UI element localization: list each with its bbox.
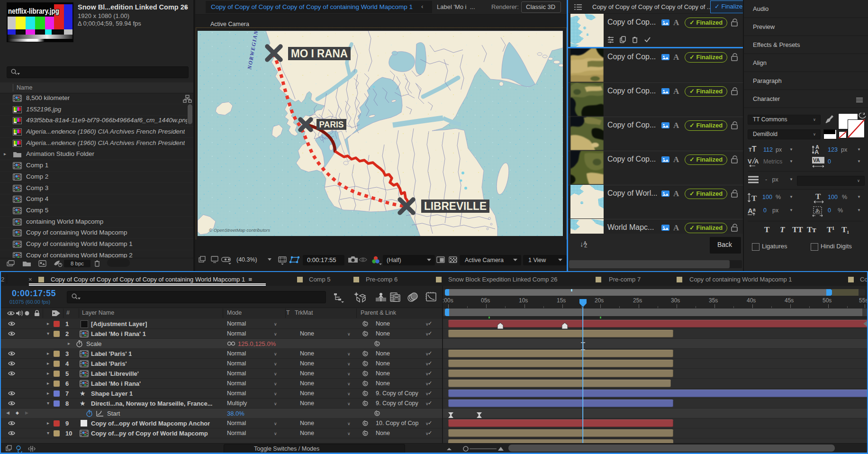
svg-text:PARIS: PARIS <box>319 119 344 129</box>
svg-text:T: T <box>751 194 757 203</box>
svg-text:VA: VA <box>813 157 820 163</box>
svg-text:© OpenStreetMap contributors: © OpenStreetMap contributors <box>209 227 270 233</box>
svg-text:MO I RANA: MO I RANA <box>291 47 348 60</box>
svg-text:A: A <box>754 158 759 165</box>
svg-text:LIBREVILLE: LIBREVILLE <box>424 200 487 212</box>
svg-text:Active Camera: Active Camera <box>465 257 504 263</box>
svg-text:あ: あ <box>815 208 820 213</box>
svg-text:T: T <box>815 192 821 201</box>
svg-text:0:00:17:55: 0:00:17:55 <box>307 256 336 263</box>
svg-text:A: A <box>748 207 753 215</box>
svg-text:8 bpc: 8 bpc <box>71 261 84 266</box>
svg-text:A: A <box>814 148 819 155</box>
svg-text:(40.3%): (40.3%) <box>236 256 257 263</box>
svg-text:netflix-library.jpg: netflix-library.jpg <box>8 7 59 16</box>
svg-text:1 View: 1 View <box>528 257 546 263</box>
svg-text:a: a <box>753 207 756 212</box>
svg-text:(Half): (Half) <box>387 257 401 263</box>
svg-text:V: V <box>748 158 752 165</box>
